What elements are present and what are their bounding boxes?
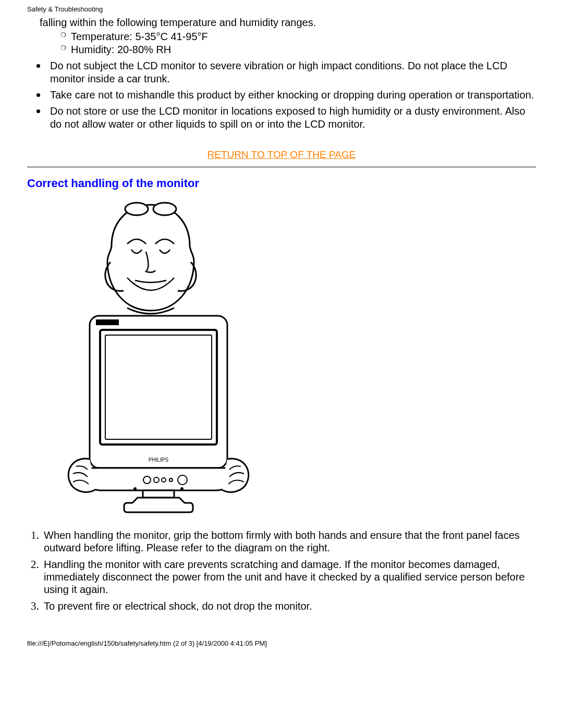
main-bullet-list: Do not subject the LCD monitor to severe… [47, 58, 536, 131]
svg-point-8 [143, 476, 151, 484]
svg-point-11 [169, 478, 173, 482]
svg-rect-5 [96, 319, 119, 325]
svg-point-10 [162, 478, 166, 482]
sub-bullet-list: Temperature: 5-35°C 41-95°F Humidity: 20… [60, 30, 536, 56]
svg-point-9 [154, 477, 159, 483]
svg-point-1 [153, 203, 176, 215]
page-header: Safety & Troubleshooting [27, 5, 536, 13]
divider [27, 167, 536, 167]
sub-bullet-item: Temperature: 5-35°C 41-95°F [60, 30, 536, 43]
section-title: Correct handling of the monitor [27, 177, 536, 190]
svg-point-13 [134, 488, 136, 490]
footer-path: file:///E|/Potomac/english/150b/safety/s… [27, 639, 536, 647]
numbered-item: When handling the monitor, grip the bott… [42, 529, 536, 554]
svg-rect-4 [105, 335, 212, 439]
sub-bullet-item: Humidity: 20-80% RH [60, 43, 536, 56]
svg-rect-15 [143, 490, 174, 498]
return-to-top-container: RETURN TO TOP OF THE PAGE [27, 149, 536, 161]
numbered-list: When handling the monitor, grip the bott… [42, 529, 536, 612]
main-bullet-item: Do not store or use the LCD monitor in l… [47, 104, 536, 131]
svg-point-0 [125, 203, 148, 215]
svg-text:PHILIPS: PHILIPS [149, 457, 169, 463]
main-bullet-item: Take care not to mishandle this product … [47, 88, 536, 102]
numbered-item: To prevent fire or electrical shock, do … [42, 600, 536, 612]
main-bullet-item: Do not subject the LCD monitor to severe… [47, 58, 536, 85]
svg-point-14 [181, 488, 183, 490]
return-to-top-link[interactable]: RETURN TO TOP OF THE PAGE [207, 149, 356, 160]
intro-fragment: falling within the following temperature… [40, 16, 536, 29]
monitor-handling-icon: PHILIPS [49, 200, 252, 519]
handling-illustration: PHILIPS [49, 200, 536, 519]
svg-point-12 [178, 475, 187, 485]
numbered-item: Handling the monitor with care prevents … [42, 558, 536, 596]
